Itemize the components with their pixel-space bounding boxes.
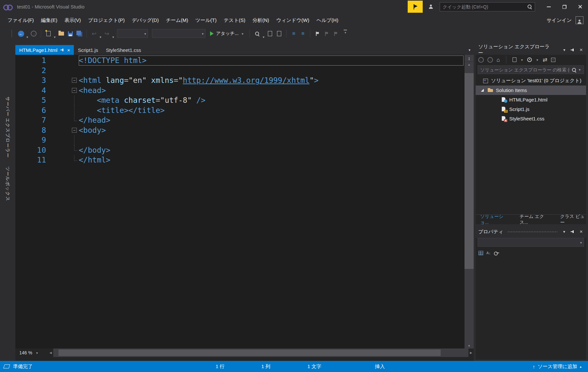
solution-platforms-dropdown[interactable]: ▾ bbox=[152, 29, 205, 38]
server-explorer-tab[interactable]: サーバー エクスプローラー bbox=[5, 97, 10, 158]
close-panel-button[interactable]: ✕ bbox=[578, 48, 584, 52]
menu-item[interactable]: テスト(S) bbox=[220, 15, 249, 25]
close-button[interactable]: ✕ bbox=[572, 0, 588, 13]
save-all-button[interactable] bbox=[75, 29, 83, 38]
avatar-icon[interactable] bbox=[576, 16, 583, 24]
menu-item[interactable]: 表示(V) bbox=[61, 15, 85, 25]
open-file-button[interactable] bbox=[57, 29, 65, 38]
indent-decrease-button[interactable]: ≡ bbox=[290, 29, 298, 38]
solution-explorer-window-button[interactable] bbox=[266, 29, 274, 38]
redo-button[interactable]: ↪ bbox=[103, 29, 111, 38]
window-position-caret-icon[interactable]: ▾ bbox=[562, 48, 567, 52]
panel-grip[interactable] bbox=[507, 231, 557, 233]
tree-item[interactable]: Script1.js bbox=[476, 104, 586, 114]
document-list-caret-icon[interactable]: ▾ bbox=[468, 48, 470, 52]
solution-configurations-dropdown[interactable]: ▾ bbox=[117, 29, 148, 38]
attach-button[interactable]: アタッチ... ▾ bbox=[210, 29, 244, 38]
editor-tab[interactable]: StyleSheet1.css bbox=[102, 45, 145, 55]
show-all-files-icon[interactable] bbox=[513, 57, 516, 62]
menu-item[interactable]: 編集(E) bbox=[38, 15, 61, 25]
menu-item[interactable]: ウィンドウ(W) bbox=[273, 15, 313, 25]
menu-item[interactable]: デバッグ(D) bbox=[128, 15, 162, 25]
categorized-icon[interactable] bbox=[479, 251, 483, 255]
chevron-down-icon[interactable]: ▾ bbox=[536, 58, 538, 62]
tree-item[interactable]: ソリューション 'test01' (0 プロジェクト) bbox=[476, 76, 586, 85]
panel-bottom-tab[interactable]: チーム エクス... bbox=[519, 214, 549, 225]
navigate-forward-button[interactable]: → bbox=[30, 29, 38, 38]
redo-caret-icon[interactable]: ▾ bbox=[112, 35, 114, 39]
toolbar-grip[interactable] bbox=[11, 30, 12, 38]
previous-bookmark-button[interactable] bbox=[323, 29, 331, 38]
undo-button[interactable]: ↩ bbox=[90, 29, 98, 38]
next-bookmark-button[interactable] bbox=[332, 29, 340, 38]
sign-in-button[interactable]: サインイン bbox=[547, 17, 572, 23]
navigate-back-caret-icon[interactable]: ▾ bbox=[26, 35, 28, 39]
toolbox-tab[interactable]: ツールボックス bbox=[5, 166, 10, 201]
new-file-caret-icon[interactable]: ▾ bbox=[54, 35, 56, 39]
search-icon[interactable] bbox=[527, 4, 532, 9]
horizontal-scrollbar[interactable] bbox=[53, 349, 468, 357]
undo-caret-icon[interactable]: ▾ bbox=[100, 35, 101, 39]
scroll-up-icon[interactable]: ▲ bbox=[465, 62, 474, 67]
editor-tab[interactable]: HTMLPage1.html× bbox=[15, 45, 74, 55]
scroll-down-icon[interactable]: ▼ bbox=[465, 344, 474, 348]
scroll-left-icon[interactable]: ◀ bbox=[48, 351, 53, 354]
window-position-caret-icon[interactable]: ▾ bbox=[561, 229, 567, 234]
expand-icon[interactable] bbox=[481, 89, 484, 92]
code-editor[interactable]: 1<!DOCTYPE html>23−<html lang="en" xmlns… bbox=[15, 55, 474, 349]
tree-item[interactable]: StyleSheet1.css bbox=[476, 114, 586, 123]
zoom-control[interactable]: 146 % ▾ bbox=[15, 350, 48, 355]
properties-header[interactable]: プロパティ ▾ ✕ bbox=[476, 227, 586, 237]
home-icon[interactable]: ⌂ bbox=[497, 57, 500, 63]
solution-explorer-header[interactable]: ソリューション エクスプローラー ▾ ✕ bbox=[476, 45, 586, 55]
close-tab-icon[interactable]: × bbox=[67, 48, 70, 53]
collapse-all-icon[interactable]: − bbox=[551, 58, 555, 62]
toggle-bookmark-button[interactable] bbox=[314, 29, 321, 38]
chevron-down-icon[interactable]: ▾ bbox=[579, 68, 580, 71]
navigate-back-button[interactable]: ← bbox=[17, 29, 25, 38]
pin-button[interactable] bbox=[570, 48, 576, 52]
splitter-grip-icon[interactable]: ↕ bbox=[465, 55, 474, 62]
menu-item[interactable]: ヘルプ(H) bbox=[313, 15, 342, 25]
alphabetical-sort-icon[interactable] bbox=[486, 251, 491, 255]
quick-launch-input[interactable] bbox=[443, 4, 527, 9]
notifications-button[interactable] bbox=[408, 1, 423, 13]
fold-collapse-icon[interactable]: − bbox=[72, 128, 77, 132]
search-icon[interactable] bbox=[572, 68, 576, 72]
editor-tab[interactable]: Script1.js bbox=[74, 45, 102, 55]
properties-object-dropdown[interactable]: ▾ bbox=[478, 238, 584, 247]
restore-button[interactable] bbox=[557, 0, 572, 13]
fold-collapse-icon[interactable]: − bbox=[72, 88, 77, 93]
tree-item[interactable]: HTMLPage1.html bbox=[476, 95, 586, 104]
vertical-scroll-thumb[interactable] bbox=[465, 73, 474, 269]
menu-item[interactable]: ファイル(F) bbox=[4, 15, 38, 25]
pin-icon[interactable] bbox=[60, 48, 64, 52]
properties-window-button[interactable] bbox=[275, 29, 283, 38]
pin-button[interactable] bbox=[570, 230, 576, 234]
fold-collapse-icon[interactable]: − bbox=[72, 78, 77, 83]
chevron-down-icon[interactable]: ▾ bbox=[521, 58, 523, 62]
indent-increase-button[interactable]: ≡ bbox=[299, 29, 307, 38]
menu-item[interactable]: 分析(N) bbox=[249, 15, 273, 25]
horizontal-scroll-thumb[interactable] bbox=[58, 349, 441, 356]
vertical-scrollbar[interactable]: ↕ ▲ ▼ bbox=[465, 55, 474, 349]
close-panel-button[interactable]: ✕ bbox=[578, 229, 584, 234]
new-file-button[interactable] bbox=[44, 29, 52, 38]
find-in-files-button[interactable] bbox=[253, 29, 261, 38]
panel-bottom-tab[interactable]: ソリューショ... bbox=[480, 214, 508, 225]
pending-changes-filter-icon[interactable] bbox=[527, 57, 532, 62]
tree-item[interactable]: Solution Items bbox=[476, 85, 586, 95]
add-to-source-control-button[interactable]: ↑ ソース管理に追加 ▴ bbox=[532, 361, 581, 372]
property-pages-icon[interactable] bbox=[494, 251, 499, 255]
sync-icon[interactable]: ⇄ bbox=[543, 57, 547, 63]
save-button[interactable] bbox=[66, 29, 74, 38]
find-caret-icon[interactable]: ▾ bbox=[263, 35, 264, 39]
panel-bottom-tab[interactable]: クラス ビュー bbox=[560, 214, 586, 225]
scroll-right-icon[interactable]: ▶ bbox=[468, 351, 474, 354]
menu-item[interactable]: チーム(M) bbox=[162, 15, 192, 25]
feedback-button[interactable] bbox=[425, 1, 436, 13]
solution-search-input[interactable] bbox=[480, 67, 570, 72]
menu-item[interactable]: プロジェクト(P) bbox=[85, 15, 128, 25]
toolbar-overflow-button[interactable]: ▾ bbox=[344, 30, 347, 34]
menu-item[interactable]: ツール(T) bbox=[192, 15, 220, 25]
